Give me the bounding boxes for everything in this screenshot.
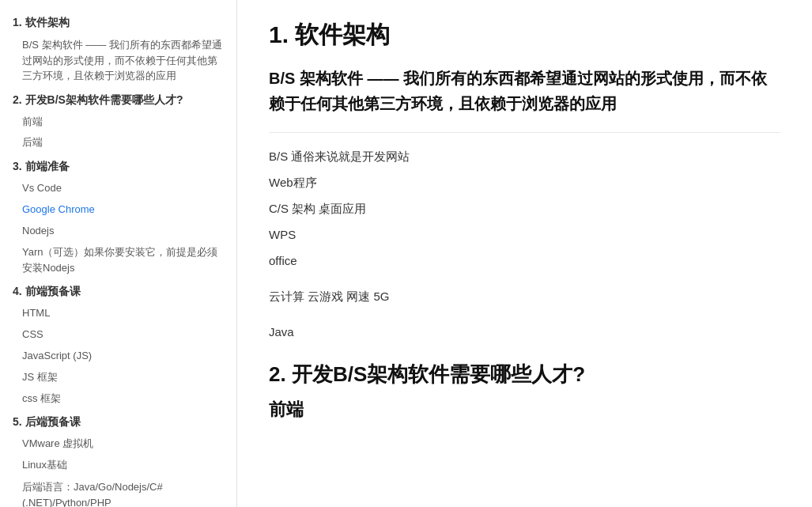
sidebar-item-item-chrome[interactable]: Google Chrome [0, 199, 236, 221]
sidebar-item-item-vscode[interactable]: Vs Code [0, 178, 236, 199]
sidebar-section-section-2[interactable]: 2. 开发B/S架构软件需要哪些人才? [0, 87, 236, 112]
main-item-0: B/S 通俗来说就是开发网站 [269, 146, 780, 167]
main-heading-3: 前端 [269, 398, 780, 422]
sidebar-item-item-backend[interactable]: 后端 [0, 132, 236, 153]
sidebar-item-item-bs-intro[interactable]: B/S 架构软件 —— 我们所有的东西都希望通过网站的形式使用，而不依赖于任何其… [0, 34, 236, 87]
sidebar-section-section-5[interactable]: 5. 后端预备课 [0, 409, 236, 433]
sidebar-item-item-vmware[interactable]: VMware 虚拟机 [0, 433, 236, 455]
sidebar-section-section-3[interactable]: 3. 前端准备 [0, 153, 236, 178]
main-java-line: Java [269, 321, 780, 342]
sidebar-item-item-frontend[interactable]: 前端 [0, 112, 236, 133]
main-cloud-line: 云计算 云游戏 网速 5G [269, 286, 780, 307]
sidebar-item-item-css[interactable]: CSS [0, 324, 236, 346]
main-heading-1: 1. 软件架构 [269, 19, 780, 50]
sidebar-item-item-html[interactable]: HTML [0, 303, 236, 324]
main-bold-paragraph: B/S 架构软件 —— 我们所有的东西都希望通过网站的形式使用，而不依赖于任何其… [269, 66, 780, 116]
main-item-1: Web程序 [269, 172, 780, 193]
sidebar-item-item-nodejs[interactable]: Nodejs [0, 221, 236, 242]
sidebar-item-item-backend-lang[interactable]: 后端语言：Java/Go/Nodejs/C#(.NET)/Python/PHP [0, 476, 236, 507]
main-item-2: C/S 架构 桌面应用 [269, 198, 780, 219]
sidebar-item-item-css-framework[interactable]: css 框架 [0, 388, 236, 410]
sidebar: 1. 软件架构B/S 架构软件 —— 我们所有的东西都希望通过网站的形式使用，而… [0, 0, 237, 507]
main-item-3: WPS [269, 224, 780, 245]
sidebar-item-item-js-framework[interactable]: JS 框架 [0, 367, 236, 388]
main-item-4: office [269, 250, 780, 271]
sidebar-section-section-1[interactable]: 1. 软件架构 [0, 9, 236, 34]
sidebar-section-section-4[interactable]: 4. 前端预备课 [0, 278, 236, 303]
sidebar-item-item-js[interactable]: JavaScript (JS) [0, 346, 236, 367]
divider-1 [269, 132, 780, 133]
sidebar-item-item-yarn[interactable]: Yarn（可选）如果你要安装它，前提是必须安装Nodejs [0, 241, 236, 278]
main-content: 1. 软件架构 B/S 架构软件 —— 我们所有的东西都希望通过网站的形式使用，… [237, 0, 812, 507]
main-heading-2: 2. 开发B/S架构软件需要哪些人才? [269, 361, 780, 388]
sidebar-item-item-linux[interactable]: Linux基础 [0, 455, 236, 476]
